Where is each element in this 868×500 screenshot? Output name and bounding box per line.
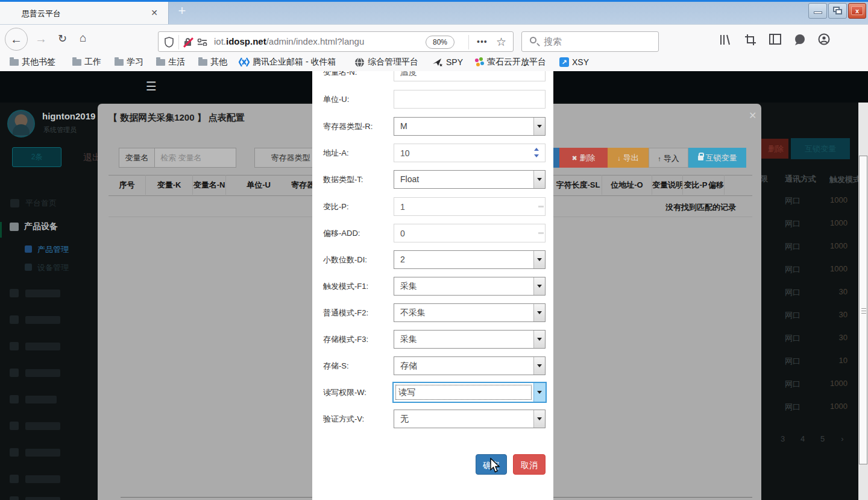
tab-close-icon[interactable]: ✕ [148,7,160,19]
column-header[interactable]: 变量说明-I [652,175,683,195]
refresh-button[interactable]: ↻ [58,32,67,45]
sidebar-item[interactable] [25,422,60,430]
sidebar-item[interactable] [25,396,57,403]
window-restore-button[interactable] [828,3,847,19]
table-row[interactable]: 网口 1000 [785,396,852,419]
table-row[interactable]: 网口 10 [785,350,852,373]
insecure-lock-icon[interactable] [183,37,193,47]
background-interlock-button[interactable]: 互锁变量 [791,138,850,159]
zoom-level-badge[interactable]: 80% [426,36,454,49]
column-header[interactable]: 变比-P [683,175,708,195]
window-minimize-button[interactable] [808,3,827,19]
sidebar-item[interactable] [25,475,60,483]
table-row[interactable]: 网口 30 [785,304,852,327]
page-number[interactable]: › [832,434,852,443]
export-button[interactable]: ↓导出 [608,148,649,168]
page-number[interactable]: 4 [793,434,813,443]
decimal-digits-select[interactable]: 2 [394,250,546,269]
table-row[interactable]: 网口 1000 [785,235,852,258]
sidebar-group-product-device[interactable]: 产品设备 [24,221,58,232]
sidebar-item[interactable] [25,316,60,324]
sidebar-item-device-mgmt[interactable]: 设备管理 [37,262,69,273]
column-header[interactable]: 字符长度-SL [555,175,602,195]
table-row[interactable]: 网口 1000 [785,258,852,281]
bookmark-ezviz[interactable]: 萤石云开放平台 [474,55,546,69]
register-type-select[interactable]: M [394,117,546,136]
pocket-icon[interactable] [794,34,806,45]
sidebar-item[interactable] [25,449,60,457]
page-number[interactable]: 3 [773,434,793,443]
column-header[interactable]: 序号 [108,175,146,195]
offset-input[interactable] [394,224,546,242]
chevron-down-icon[interactable] [533,304,545,321]
import-button[interactable]: ↑导入 [649,148,688,168]
search-bar[interactable]: 搜索 [521,31,659,52]
window-close-button[interactable]: x [848,3,866,19]
chevron-down-icon[interactable] [533,383,546,402]
sidebar-item-product-mgmt[interactable]: 产品管理 [37,244,69,255]
dialog-close-icon[interactable]: ✕ [749,110,756,121]
address-number-input[interactable] [394,144,546,162]
storage-mode-select[interactable]: 采集 [394,330,546,349]
library-icon[interactable] [719,34,732,46]
chevron-down-icon[interactable] [533,251,545,268]
number-spinner[interactable] [533,147,539,158]
chevron-down-icon[interactable] [533,410,545,428]
bookmark-tencent-mail[interactable]: 腾讯企业邮箱 - 收件箱 [239,55,336,69]
cancel-button[interactable]: 取消 [513,454,546,475]
storage-select[interactable]: 存储 [394,356,546,375]
sidebar-item[interactable] [25,343,60,350]
url-bar[interactable]: iot.idosp.net/admin/index.html?langu 80%… [158,31,514,52]
chevron-down-icon[interactable] [533,118,545,135]
unit-input[interactable] [394,90,546,109]
scrollbar-thumb[interactable] [859,156,867,464]
screenshot-icon[interactable] [744,34,756,46]
column-header[interactable]: 偏移 [708,175,725,195]
avatar[interactable] [7,110,35,138]
sidebar-item[interactable] [25,369,60,377]
normal-mode-select[interactable]: 不采集 [394,303,546,322]
scrollbar-track[interactable] [858,103,868,500]
bookmark-folder-study[interactable]: 学习 [115,55,143,69]
chevron-down-icon[interactable] [533,277,545,295]
column-header[interactable]: 单位-U [226,175,291,195]
shield-icon[interactable] [165,37,174,48]
ratio-input[interactable] [394,197,546,216]
home-button[interactable]: ⌂ [80,31,86,45]
chevron-down-icon[interactable] [533,357,545,375]
table-row[interactable]: 网口 30 [785,327,852,350]
table-row[interactable]: 网口 1000 [785,212,852,235]
forward-button[interactable]: → [35,32,47,46]
bookmark-xsy[interactable]: ↗XSY [559,55,589,69]
bookmark-mgmt-platform[interactable]: 综合管理平台 [354,55,418,69]
data-type-select[interactable]: Float [394,170,546,189]
sidebar-item[interactable] [25,497,60,500]
bookmark-folder-work[interactable]: 工作 [72,55,101,69]
app-menu-icon[interactable]: ☰ [146,79,157,93]
account-icon[interactable] [818,33,830,45]
read-write-permission-select-focused[interactable]: 读写 [392,382,547,403]
new-tab-button[interactable]: + [174,3,190,19]
page-number[interactable]: 5 [813,434,832,443]
sidebar-toggle-icon[interactable] [769,34,781,45]
table-row[interactable]: 网口 1000 [785,189,852,212]
interlock-variable-button[interactable]: 互锁变量 [688,148,746,168]
permissions-icon[interactable] [197,39,208,46]
table-row[interactable]: 网口 1000 [785,373,852,396]
column-header[interactable]: 位地址-O [602,175,652,195]
column-header[interactable]: 变量-K [146,175,193,195]
sidebar-item[interactable] [25,290,60,297]
variable-name-input[interactable] [394,71,546,81]
column-header[interactable]: 变量名-N [193,175,226,195]
browser-tab[interactable]: 思普云平台 ✕ [0,2,169,24]
bookmark-folder-life[interactable]: 生活 [156,55,185,69]
variable-search-input[interactable]: 检索 变量名 [154,148,236,168]
bookmark-star-icon[interactable]: ☆ [496,35,506,49]
bookmark-folder-other[interactable]: 其他书签 [10,55,55,69]
table-row[interactable]: 网口 30 [785,281,852,304]
back-button[interactable]: ← [5,28,28,51]
bookmark-folder-misc[interactable]: 其他 [198,55,227,69]
bookmark-spy[interactable]: SPY [432,55,463,69]
delete-button[interactable]: ✖删除 [559,148,608,168]
verify-mode-select[interactable]: 无 [394,410,546,428]
